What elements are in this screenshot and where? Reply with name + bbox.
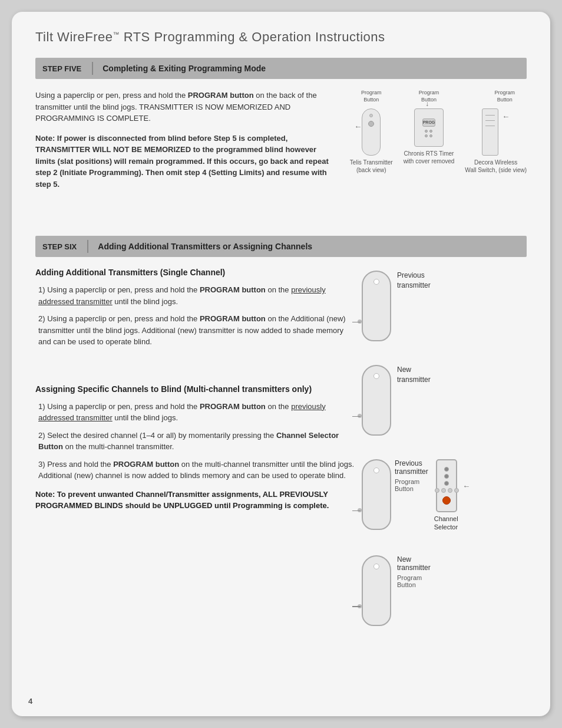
previously-addressed-link-2: previously addressed transmitter: [38, 402, 326, 423]
step-five-header: STEP FIVE Completing & Exiting Programmi…: [35, 58, 527, 79]
section-six-text: Adding Additional Transmitters (Single C…: [35, 268, 356, 626]
section-six-content: Adding Additional Transmitters (Single C…: [35, 268, 527, 626]
section-six: STEP SIX Adding Additional Transmitters …: [35, 236, 527, 626]
multi-new-label: New transmitter: [397, 555, 431, 572]
prev-transmitter-illus: Previous transmitter: [362, 271, 431, 341]
ch-selector-arrow: ←: [462, 482, 470, 490]
page: Tilt WireFree™ RTS Programming & Operati…: [12, 12, 550, 716]
fig1-caption: Telis Transmitter(back view): [350, 159, 393, 174]
subsection-single-channel: Adding Additional Transmitters (Single C…: [35, 268, 356, 348]
spacer1: [35, 354, 356, 371]
decora-line-1: [485, 115, 495, 116]
section-separator: [35, 213, 527, 230]
ch-dot-2: [444, 474, 449, 479]
chronis-body: PROG ↓: [414, 108, 444, 147]
ch-dots-row: [435, 488, 459, 493]
title-tm: ™: [113, 31, 120, 38]
new-transmitter-illus: New transmitter: [362, 365, 431, 436]
page-title: Tilt WireFree™ RTS Programming & Operati…: [35, 29, 527, 45]
step-six-header: STEP SIX Adding Additional Transmitters …: [35, 236, 527, 257]
decora-wrapper: ←: [482, 108, 510, 156]
fig-telis: ProgramButton ← Telis Transmitter(back v…: [350, 90, 393, 174]
step-five-title: Completing & Exiting Programming Mode: [103, 64, 266, 73]
ch-orange-btn: [442, 496, 451, 505]
ch-dot-3: [444, 481, 449, 486]
subsection-multi-channel: Assigning Specific Channels to Blind (Mu…: [35, 384, 356, 512]
ch-selector-group: ← Channel Selector: [434, 459, 459, 532]
channel-selector-device: ←: [436, 459, 457, 512]
decora-arrow: ←: [502, 108, 510, 121]
decora-line-3: [485, 126, 495, 126]
multi-prev-hline: [352, 510, 361, 512]
prev-transmitter-body: [362, 271, 391, 341]
step-six-divider: [87, 240, 88, 253]
page-number: 4: [28, 697, 32, 706]
telis-body: ←: [362, 108, 381, 156]
fig3-prog-label: ProgramButton: [494, 90, 515, 103]
step-five-body1: Using a paperclip or pen, press and hold…: [35, 90, 338, 124]
multi-new-wrapper: [362, 555, 391, 626]
section-six-images: Previous transmitter New transmitter: [362, 268, 527, 626]
multi-prev-labels: Previous transmitter Program Button: [395, 459, 428, 495]
fig-decora: ProgramButton ← Decora WirelessWall Swit…: [465, 90, 527, 174]
multi-step2: 2) Select the desired channel (1–4 or al…: [35, 430, 356, 453]
ch-step1: 1) Using a paperclip or pen, press and h…: [35, 284, 356, 307]
step-five-note: Note: If power is disconnected from blin…: [35, 133, 338, 190]
multi-ch-illus-prev: Previous transmitter Program Button: [362, 459, 459, 532]
chronis-dots-2: [425, 134, 432, 137]
subsection2-title: Assigning Specific Channels to Blind (Mu…: [35, 384, 356, 394]
ch-dot-row-1: [435, 488, 439, 493]
fig2-caption: Chronis RTS Timerwith cover removed: [404, 150, 455, 165]
new-transmitter-wrapper: [362, 365, 391, 436]
note2: Note: To prevent unwanted Channel/Transm…: [35, 489, 356, 512]
new-label-text: New transmitter: [397, 365, 431, 385]
prev-h-line: [352, 322, 361, 323]
multi-new-sub: Program Button: [397, 574, 431, 588]
chronis-arrow: ↓: [425, 100, 429, 108]
multi-prev-label: Previous transmitter: [395, 459, 428, 476]
chronis-prog-btn: PROG: [422, 118, 435, 127]
chronis-dot-2: [429, 130, 432, 133]
section-five-images: ProgramButton ← Telis Transmitter(back v…: [350, 90, 527, 196]
new-h-line: [352, 416, 361, 417]
multi-new-illus: New transmitter Program Button: [362, 555, 431, 626]
fig-chronis: ProgramButton PROG ↓ Chronis RTS: [404, 90, 455, 165]
multi-new-hole: [373, 564, 379, 569]
multi-prev-sub: Program Button: [395, 478, 428, 492]
decora-body: [482, 108, 498, 156]
multi-prev-wrapper: [362, 459, 391, 530]
ch-step2: 2) Using a paperclip or pen, press and h…: [35, 313, 356, 348]
title-main: Tilt WireFree: [35, 29, 113, 44]
chronis-dot-3: [425, 134, 428, 137]
multi-prev-hole: [373, 467, 379, 473]
decora-line-2: [485, 120, 495, 121]
multi-new-labels: New transmitter Program Button: [397, 555, 431, 591]
ch-dot-1: [444, 467, 449, 472]
new-transmitter-label: New transmitter: [397, 365, 431, 397]
subsection1-title: Adding Additional Transmitters (Single C…: [35, 268, 356, 277]
section-five-text: Using a paperclip or pen, press and hold…: [35, 90, 338, 196]
prog-arrow-telis: ←: [354, 122, 362, 131]
multi-new-body: [362, 555, 391, 626]
step-five-label: STEP FIVE: [42, 64, 81, 73]
ch-selector-label: Channel Selector: [434, 515, 458, 532]
multi-step1: 1) Using a paperclip or pen, press and h…: [35, 401, 356, 424]
prev-transmitter-label: Previous transmitter: [397, 271, 431, 302]
chronis-dots: [425, 130, 432, 133]
prev-top-hole: [373, 279, 379, 285]
ch-dot-row-4: [454, 488, 459, 493]
fig2-prog-label: ProgramButton: [419, 90, 439, 103]
fig3-caption: Decora WirelessWall Switch, (side view): [465, 159, 527, 174]
multi-new-hline: [352, 606, 361, 607]
previously-addressed-link-1: previously addressed transmitter: [38, 285, 326, 306]
chronis-dot-4: [429, 134, 432, 137]
ch-dot-row-3: [448, 488, 452, 493]
telis-hole: [369, 114, 373, 117]
prev-transmitter-wrapper: [362, 271, 391, 341]
multi-step3: 3) Press and hold the PROGRAM button on …: [35, 459, 356, 482]
title-rest: RTS Programming & Operation Instructions: [120, 29, 385, 44]
step-five-divider: [92, 62, 93, 75]
section-five-content: Using a paperclip or pen, press and hold…: [35, 90, 527, 196]
multi-prev-body: [362, 459, 391, 530]
new-top-hole: [373, 373, 379, 379]
